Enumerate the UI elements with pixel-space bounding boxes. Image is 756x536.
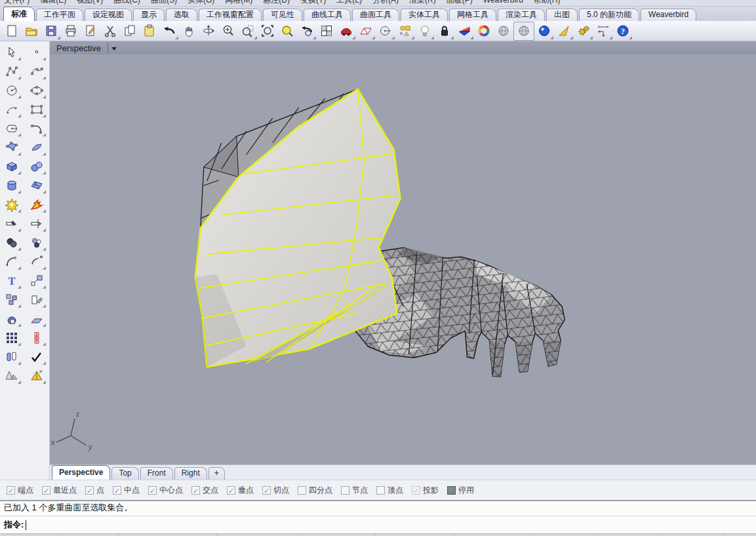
menu-item-7[interactable]: 标注(D) <box>263 0 290 5</box>
blend-surface-tool[interactable] <box>27 139 47 156</box>
osnap-item-3[interactable]: ✓中点 <box>113 485 140 496</box>
toolbar-tab-0[interactable]: 标准 <box>3 7 35 21</box>
cone-shapes-tool[interactable] <box>2 367 22 384</box>
osnap-item-10[interactable]: 顶点 <box>376 485 403 496</box>
rectangle-tool[interactable] <box>27 101 47 118</box>
paste-button[interactable] <box>140 22 159 40</box>
viewport-tab-top[interactable]: Top <box>111 467 138 480</box>
toolbar-tab-13[interactable]: 5.0 的新功能 <box>579 9 639 21</box>
menu-item-2[interactable]: 视图(V) <box>77 0 103 5</box>
polygon-tool[interactable] <box>2 120 22 137</box>
menu-item-5[interactable]: 实体(O) <box>188 0 214 5</box>
text-tool[interactable]: T <box>2 272 22 289</box>
ellipse-tool[interactable] <box>27 82 47 99</box>
scale-tool[interactable] <box>27 272 47 289</box>
curve-control-tool[interactable] <box>27 63 47 80</box>
zoom-window-button[interactable] <box>238 22 258 40</box>
boolean-union-tool[interactable] <box>2 234 22 251</box>
toolbar-tab-11[interactable]: 渲染工具 <box>498 9 545 21</box>
undo-view-button[interactable] <box>297 22 317 40</box>
copy-button[interactable] <box>120 22 140 40</box>
burst-tool[interactable] <box>27 196 47 213</box>
osnap-checkbox-2[interactable]: ✓ <box>85 486 94 495</box>
osnap-item-8[interactable]: 四分点 <box>298 485 332 496</box>
edit-page-button[interactable] <box>81 22 100 40</box>
toolbar-tab-1[interactable]: 工作平面 <box>36 9 83 21</box>
menu-item-9[interactable]: 工具(L) <box>336 0 362 5</box>
toolbar-tab-14[interactable]: Weaverbird <box>641 9 696 21</box>
osnap-checkbox-5[interactable]: ✓ <box>191 486 200 495</box>
selection-filter-button[interactable] <box>395 22 415 40</box>
menu-item-6[interactable]: 网格(M) <box>225 0 252 5</box>
menu-item-11[interactable]: 渲染(R) <box>409 0 436 5</box>
print-button[interactable] <box>61 22 81 40</box>
menu-item-0[interactable]: 文件(F) <box>4 0 30 5</box>
help-button[interactable]: ? <box>613 22 633 40</box>
explode-star-tool[interactable] <box>2 196 22 213</box>
split-surfaces-tool[interactable] <box>2 348 22 365</box>
circle-tool[interactable] <box>2 82 22 99</box>
new-file-button[interactable] <box>2 22 22 40</box>
viewport-tab-new[interactable]: + <box>209 467 225 480</box>
menu-item-1[interactable]: 编辑(E) <box>40 0 66 5</box>
array-grid-tool[interactable] <box>2 329 22 346</box>
toolbar-tab-8[interactable]: 曲面工具 <box>352 9 399 21</box>
array-linear-tool[interactable] <box>27 329 47 346</box>
toolbar-tab-5[interactable]: 工作视窗配置 <box>199 9 262 21</box>
osnap-checkbox-10[interactable] <box>376 486 385 495</box>
fillet-corner-tool[interactable] <box>27 120 47 137</box>
toolbar-tab-2[interactable]: 设定视图 <box>85 9 132 21</box>
menu-item-14[interactable]: 帮助(H) <box>534 0 561 5</box>
toolbar-tab-7[interactable]: 曲线工具 <box>304 9 351 21</box>
viewport-titlebar[interactable]: Perspective <box>50 41 756 54</box>
lamp-button[interactable] <box>415 22 435 40</box>
viewport-tab-perspective[interactable]: Perspective <box>52 465 110 480</box>
osnap-item-0[interactable]: ✓端点 <box>7 485 33 496</box>
toolbar-tab-12[interactable]: 出图 <box>546 9 578 21</box>
lock-button[interactable] <box>435 22 454 40</box>
curve-fillet-tool[interactable] <box>2 253 22 270</box>
toolbar-tab-3[interactable]: 显示 <box>133 9 165 21</box>
pan-button[interactable] <box>179 22 199 40</box>
osnap-item-7[interactable]: ✓切点 <box>262 485 289 496</box>
shaded-sphere-button[interactable] <box>494 22 513 40</box>
spheres-tool[interactable] <box>27 158 47 175</box>
viewport-layout-button[interactable] <box>317 22 336 40</box>
osnap-item-1[interactable]: ✓最近点 <box>42 485 77 496</box>
menu-item-13[interactable]: Weaverbird <box>483 0 523 5</box>
osnap-checkbox-3[interactable]: ✓ <box>113 486 121 495</box>
osnap-checkbox-4[interactable]: ✓ <box>148 486 157 495</box>
solid-union-tool[interactable] <box>2 310 22 327</box>
box-tool[interactable] <box>2 158 22 175</box>
menu-item-8[interactable]: 变换(T) <box>300 0 326 5</box>
circle-center-button[interactable] <box>376 22 395 40</box>
trim-tool[interactable] <box>2 215 22 232</box>
toolbar-tab-4[interactable]: 选取 <box>166 9 197 21</box>
osnap-checkbox-11[interactable]: ✓ <box>412 486 420 495</box>
viewport-tab-right[interactable]: Right <box>174 467 207 480</box>
cplane-button[interactable] <box>356 22 376 40</box>
point-tool[interactable] <box>27 44 47 61</box>
osnap-item-9[interactable]: 节点 <box>341 485 368 496</box>
3d-scene[interactable]: z x y <box>50 54 756 464</box>
viewport-menu-caret-icon[interactable] <box>111 47 117 51</box>
rotate-view-button[interactable] <box>199 22 218 40</box>
zoom-extents-button[interactable] <box>258 22 277 40</box>
edit-pencil-tool[interactable] <box>27 291 47 308</box>
menu-item-12[interactable]: 面板(P) <box>447 0 473 5</box>
shaded-sphere-button[interactable] <box>513 22 534 41</box>
osnap-checkbox-0[interactable]: ✓ <box>7 486 15 495</box>
viewport-tab-front[interactable]: Front <box>140 467 173 480</box>
osnap-checkbox-8[interactable] <box>298 486 306 495</box>
select-arrow-tool[interactable] <box>2 44 22 61</box>
named-view-car-button[interactable] <box>336 22 356 40</box>
toolbar-tab-9[interactable]: 实体工具 <box>401 9 448 21</box>
osnap-item-6[interactable]: ✓垂点 <box>227 485 254 496</box>
polyline-tool[interactable] <box>2 63 22 80</box>
toolbar-tab-6[interactable]: 可见性 <box>263 9 302 21</box>
block-tool[interactable] <box>2 291 22 308</box>
options-gears-button[interactable] <box>574 22 593 40</box>
cut-button[interactable] <box>100 22 120 40</box>
render-cone-button[interactable] <box>554 22 574 40</box>
emap-tool[interactable] <box>27 310 47 327</box>
